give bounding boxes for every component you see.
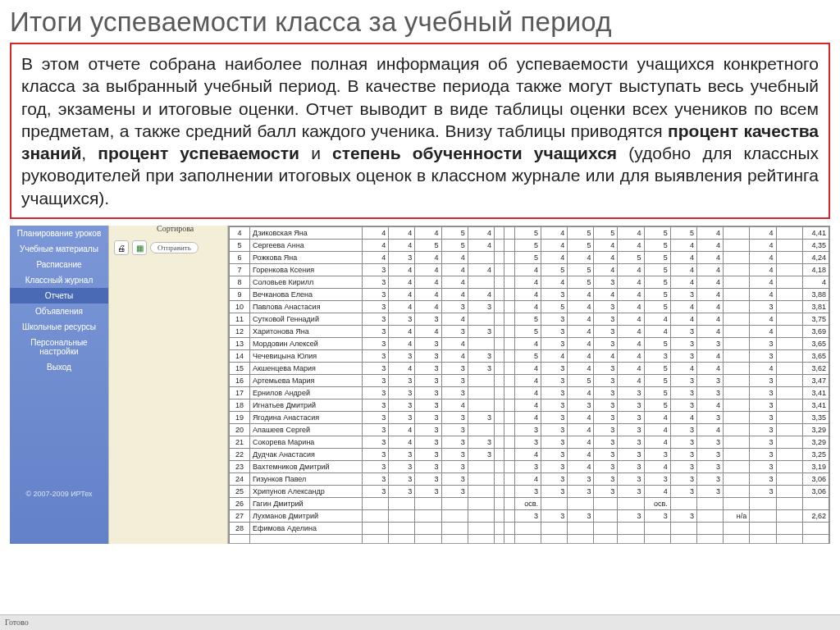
table-row: 15Акшенцева Мария343334343454443,62 bbox=[230, 363, 829, 375]
grades-table: 4Дзиковская Яна444545455455444,415Сергее… bbox=[229, 226, 829, 544]
table-row: 27Лухманов Дмитрий333333н/а2,62 bbox=[230, 510, 829, 523]
excel-icon[interactable]: ▦ bbox=[132, 240, 147, 255]
sidebar-item-materials[interactable]: Учебные материалы bbox=[10, 241, 108, 257]
table-row: 24Гизунков Павел33334333333333,06 bbox=[230, 473, 829, 486]
print-icon[interactable]: 🖨 bbox=[114, 240, 129, 255]
table-row: 4Дзиковская Яна444545455455444,41 bbox=[230, 227, 829, 240]
sidebar-item-reports[interactable]: Отчеты bbox=[10, 288, 108, 304]
toolbar-panel: Сортирова 🖨 ▦ Отправить bbox=[108, 226, 228, 544]
table-row: 25Хрипунов Александр33333333343333,06 bbox=[230, 486, 829, 498]
sidebar-item-announcements[interactable]: Объявления bbox=[10, 304, 108, 319]
table-row: 26Гагин Дмитрийосв.осв. bbox=[230, 498, 829, 510]
send-button[interactable]: Отправить bbox=[150, 242, 199, 253]
table-row: 17Ернилов Андрей33334343353333,41 bbox=[230, 387, 829, 399]
table-row: 13Мордовин Алексей34344343453333,65 bbox=[230, 338, 829, 350]
table-row: 7Горенкова Ксения344444554454444,18 bbox=[230, 264, 829, 276]
sidebar-item-schedule[interactable]: Расписание bbox=[10, 257, 108, 272]
table-row: 14Чечевицына Юлия333435444433433,65 bbox=[230, 350, 829, 363]
table-row: 21Сокорева Марина343333343343333,29 bbox=[230, 436, 829, 449]
table-row: 28Ефимова Аделина bbox=[230, 523, 829, 535]
sidebar: Планирование уроков Учебные материалы Ра… bbox=[10, 226, 108, 544]
table-row: 10Павлова Анастасия344334543454433,81 bbox=[230, 301, 829, 313]
sidebar-item-settings[interactable]: Персональные настройки bbox=[10, 335, 108, 359]
description-text: В этом отчете собрана наиболее полная ин… bbox=[21, 52, 819, 209]
sort-label: Сортирова bbox=[157, 224, 194, 233]
sidebar-item-exit[interactable]: Выход bbox=[10, 359, 108, 375]
table-row bbox=[230, 535, 829, 545]
table-row: 22Дудчак Анастасия333334343333333,25 bbox=[230, 449, 829, 461]
table-row: 20Апашеев Сергей34333343343433,29 bbox=[230, 424, 829, 436]
table-row: 19Ягодина Анастасия333334343344333,35 bbox=[230, 412, 829, 424]
grades-table-wrap[interactable]: 4Дзиковская Яна444545455455444,415Сергее… bbox=[228, 226, 830, 544]
table-row: 16Артемьева Мария33334353453333,47 bbox=[230, 375, 829, 387]
table-row: 5Сергеева Анна445545454454444,35 bbox=[230, 240, 829, 252]
sidebar-item-resources[interactable]: Школьные ресурсы bbox=[10, 319, 108, 335]
sidebar-item-journal[interactable]: Классный журнал bbox=[10, 272, 108, 288]
page-title: Итоги успеваемости класса за учебный пер… bbox=[10, 7, 830, 38]
table-row: 9Вечканова Елена344444344453443,88 bbox=[230, 289, 829, 301]
description-box: В этом отчете собрана наиболее полная ин… bbox=[10, 43, 830, 219]
table-row: 18Игнатьев Дмитрий33344333353433,41 bbox=[230, 399, 829, 412]
table-row: 12Харитонова Яна344335343443443,69 bbox=[230, 326, 829, 338]
sidebar-item-planning[interactable]: Планирование уроков bbox=[10, 226, 108, 241]
table-row: 8Соловьев Кирилл34444453454444 bbox=[230, 276, 829, 289]
app-window: Планирование уроков Учебные материалы Ра… bbox=[10, 226, 830, 544]
table-row: 23Вахтемников Дмитрий33333343343333,19 bbox=[230, 461, 829, 473]
copyright: © 2007-2009 ИРТех bbox=[10, 490, 108, 498]
status-bar: Готово bbox=[0, 614, 840, 630]
table-row: 11Сутковой Геннадий33345343444443,75 bbox=[230, 313, 829, 326]
table-row: 6Рожкова Яна43445444554444,24 bbox=[230, 252, 829, 264]
